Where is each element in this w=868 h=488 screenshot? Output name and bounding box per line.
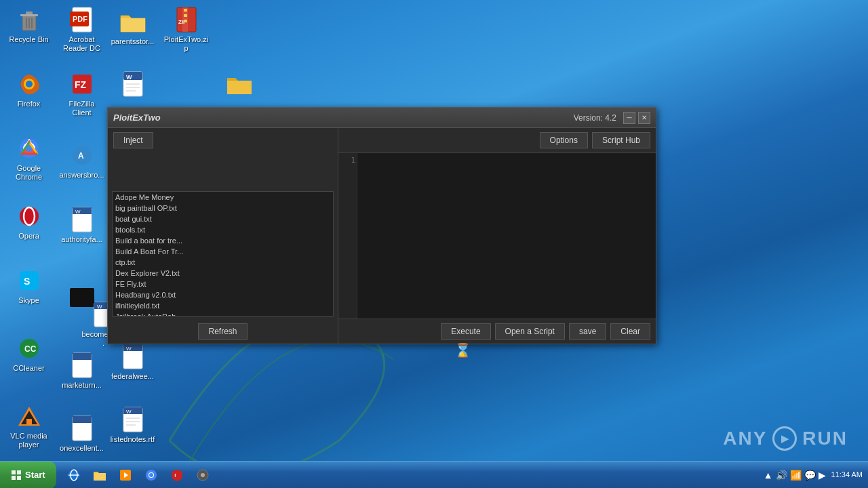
desktop-icon-vlc[interactable]: VLC mediaplayer — [3, 400, 54, 452]
tray-play-icon[interactable]: ▶ — [818, 470, 826, 481]
taskbar-clock[interactable]: 11:34 AM — [831, 470, 863, 479]
list-item[interactable]: btools.txt — [113, 224, 333, 235]
svg-text:S: S — [24, 276, 30, 287]
line-number-1: 1 — [340, 156, 355, 165]
svg-text:W: W — [126, 346, 132, 352]
desktop-icon-parentsstor[interactable]: parentsstor... — [107, 5, 158, 49]
tray-action-center-icon[interactable]: 💬 — [804, 470, 816, 481]
left-panel: Inject Adope Me Money big paintball OP.t… — [108, 128, 338, 344]
desktop-icon-filezilla[interactable]: FZ FileZilla Client — [56, 68, 107, 120]
federalwee-icon: W — [119, 343, 146, 370]
list-item[interactable]: boat gui.txt — [113, 214, 333, 224]
save-button[interactable]: save — [569, 323, 606, 340]
federalwee-label: federalwee... — [111, 372, 154, 381]
parentsstor-label: parentsstor... — [111, 37, 155, 46]
taskbar-chrome-icon[interactable] — [139, 463, 163, 487]
firefox-label: Firefox — [18, 100, 41, 108]
svg-point-18 — [26, 81, 33, 87]
desktop-icon-acrobat[interactable]: PDF AcrobatReader DC — [56, 3, 107, 56]
window-titlebar[interactable]: PloitExTwo Version: 4.2 ─ ✕ — [108, 108, 656, 128]
svg-rect-1 — [20, 14, 38, 16]
taskbar-ie-icon[interactable] — [62, 463, 86, 487]
taskbar-folder-icon[interactable] — [87, 463, 112, 487]
window-body: Inject Adope Me Money big paintball OP.t… — [108, 128, 656, 344]
taskbar-right: ▲ 🔊 📶 💬 ▶ 11:34 AM — [764, 470, 868, 481]
onexcellent-icon — [68, 415, 96, 442]
list-item[interactable]: ctp.txt — [113, 257, 333, 268]
svg-text:PDF: PDF — [73, 15, 87, 23]
marketurn-icon — [68, 352, 96, 379]
inject-button[interactable]: Inject — [113, 132, 153, 148]
word-doc-icon: W — [119, 70, 146, 98]
anyrun-play-icon: ▶ — [772, 426, 797, 451]
skype-label: Skype — [18, 296, 39, 305]
list-item[interactable]: Jailbreak AutoRob... — [113, 311, 333, 317]
ccleaner-label: CCleaner — [13, 364, 44, 373]
firefox-icon — [16, 70, 43, 98]
scripthub-button[interactable]: Script Hub — [592, 132, 650, 148]
clear-button[interactable]: Clear — [610, 323, 650, 340]
desktop-icon-authorityfa[interactable]: W authorityfa... — [56, 203, 107, 247]
taskbar-settings-icon[interactable] — [191, 463, 215, 487]
editor-content[interactable] — [357, 153, 656, 319]
close-button[interactable]: ✕ — [638, 112, 650, 124]
desktop-icon-word-doc1[interactable]: W — [107, 68, 158, 102]
desktop-icon-firefox[interactable]: Firefox — [3, 68, 54, 111]
taskbar-shield-icon[interactable]: ! — [165, 463, 189, 487]
taskbar-media-icon[interactable] — [113, 463, 138, 487]
svg-text:W: W — [97, 304, 102, 310]
window-version: Version: 4.2 — [574, 113, 616, 123]
acrobat-icon: PDF — [68, 6, 96, 33]
clock-time: 11:34 AM — [831, 470, 863, 479]
start-button[interactable]: Start — [0, 462, 56, 489]
tray-volume-icon[interactable]: 🔊 — [776, 470, 787, 481]
answersbro-icon: A — [68, 142, 96, 169]
list-item[interactable]: FE Fly.txt — [113, 279, 333, 289]
list-item[interactable]: Adope Me Money — [113, 192, 333, 203]
desktop-icon-onexcellent[interactable]: onexcellent... — [56, 412, 107, 455]
desktop-icon-ccleaner[interactable]: CC CCleaner — [3, 332, 54, 375]
list-item[interactable]: Build a boat for tre... — [113, 235, 333, 246]
list-item[interactable]: ifinitieyield.txt — [113, 300, 333, 311]
desktop-icon-marketurn[interactable]: marketurn... — [56, 349, 107, 392]
script-list-container: Adope Me Money big paintball OP.txt boat… — [112, 191, 334, 317]
marketurn-label: marketurn... — [62, 381, 102, 390]
svg-text:FZ: FZ — [75, 79, 87, 90]
desktop-icon-opera[interactable]: Opera — [3, 200, 54, 243]
tray-network-icon[interactable]: 📶 — [790, 470, 802, 481]
svg-rect-2 — [26, 12, 33, 14]
desktop-icon-answersbro[interactable]: A answersbro... — [56, 139, 107, 182]
minimize-button[interactable]: ─ — [623, 112, 635, 124]
filezilla-icon: FZ — [68, 70, 96, 98]
svg-point-72 — [149, 473, 153, 477]
list-item[interactable]: big paintball OP.txt — [113, 203, 333, 214]
svg-rect-64 — [17, 476, 21, 480]
folder1-icon — [226, 70, 253, 98]
skype-icon: S — [16, 267, 43, 294]
tray-arrow-icon[interactable]: ▲ — [764, 470, 773, 481]
left-middle-area — [108, 152, 338, 188]
desktop-icon-chrome[interactable]: GoogleChrome — [3, 132, 54, 184]
refresh-button[interactable]: Refresh — [198, 323, 247, 340]
acrobat-label: AcrobatReader DC — [63, 35, 100, 53]
list-item[interactable]: Headbang v2.0.txt — [113, 289, 333, 300]
desktop-icon-federalwee[interactable]: W federalwee... — [107, 340, 158, 384]
open-script-button[interactable]: Open a Script — [495, 323, 565, 340]
desktop-icon-recycle-bin[interactable]: Recycle Bin — [3, 3, 54, 47]
script-list[interactable]: Adope Me Money big paintball OP.txt boat… — [112, 191, 334, 317]
desktop-icon-listednotes[interactable]: W listednotes.rtf — [107, 403, 158, 447]
right-toolbar: Options Script Hub — [338, 128, 656, 153]
svg-rect-62 — [17, 470, 21, 474]
options-button[interactable]: Options — [540, 132, 588, 148]
list-item[interactable]: Build A Boat For Tr... — [113, 246, 333, 257]
svg-rect-63 — [12, 476, 16, 480]
opera-icon — [16, 203, 43, 230]
desktop-icon-folder1[interactable] — [214, 68, 264, 102]
desktop-icon-skype[interactable]: S Skype — [3, 264, 54, 308]
desktop-icon-ploitextwo-zip[interactable]: ZIP PloitExTwo.zip — [161, 3, 212, 56]
execute-button[interactable]: Execute — [441, 323, 490, 340]
start-label: Start — [25, 470, 45, 480]
list-item[interactable]: Dex Explorer V2.txt — [113, 268, 333, 279]
window-title: PloitExTwo — [113, 113, 574, 123]
svg-rect-15 — [184, 20, 187, 22]
